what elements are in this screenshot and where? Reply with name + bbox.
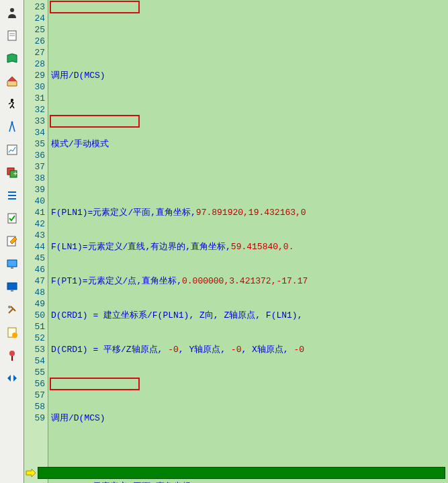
code-line[interactable]: 模式/手动模式 <box>51 138 448 150</box>
tool-add-icon[interactable]: + <box>1 162 23 183</box>
tool-pin-icon[interactable] <box>1 345 23 366</box>
svg-point-4 <box>11 99 13 101</box>
line-number: 35 <box>24 138 45 150</box>
tool-checkpage-icon[interactable] <box>1 208 23 229</box>
code-line[interactable]: D(CRD1) = 平移/Z轴原点, -0, Y轴原点, -0, X轴原点, -… <box>51 344 448 355</box>
svg-point-19 <box>8 306 11 308</box>
highlight-box <box>50 1 140 13</box>
tool-arrows-icon[interactable] <box>1 367 23 389</box>
code-line[interactable]: F(PLN1)=元素定义/平面,直角坐标,97.891920,19.432163… <box>51 207 448 218</box>
code-line[interactable]: D(CRD1) = 建立坐标系/F(PLN1), Z向, Z轴原点, F(LN1… <box>51 310 448 321</box>
line-number: 50 <box>24 310 45 321</box>
line-number: 27 <box>24 47 45 58</box>
tool-edit-icon[interactable] <box>1 230 23 252</box>
line-number: 43 <box>24 230 45 241</box>
line-number: 57 <box>24 390 45 401</box>
svg-point-5 <box>11 122 13 124</box>
line-number: 41 <box>24 207 45 218</box>
progress-bar <box>38 467 445 479</box>
line-number: 26 <box>24 36 45 47</box>
line-number: 48 <box>24 287 45 298</box>
code-area[interactable]: 调用/D(MCS) 模式/手动模式 F(PLN1)=元素定义/平面,直角坐标,9… <box>48 0 448 483</box>
tool-tools-icon[interactable] <box>1 299 23 320</box>
code-line[interactable] <box>51 447 448 458</box>
code-line[interactable] <box>51 104 448 116</box>
tool-list-icon[interactable] <box>1 185 23 206</box>
current-line-arrow-icon <box>24 467 38 479</box>
svg-point-0 <box>10 8 14 12</box>
tool-chart-icon[interactable] <box>1 139 23 161</box>
line-number: 24 <box>24 13 45 24</box>
code-line[interactable] <box>51 378 448 390</box>
line-number: 34 <box>24 127 45 138</box>
code-line[interactable]: F(LN1)=元素定义/直线,有边界的,直角坐标,59.415840,0. <box>51 241 448 253</box>
line-number: 55 <box>24 367 45 378</box>
line-number: 58 <box>24 401 45 412</box>
tool-monitor-icon[interactable] <box>1 253 23 275</box>
line-number: 40 <box>24 195 45 207</box>
line-number: 49 <box>24 298 45 310</box>
svg-rect-16 <box>11 267 13 269</box>
code-line[interactable]: 调用/D(MCS) <box>51 70 448 81</box>
line-number: 42 <box>24 218 45 230</box>
line-number: 23 <box>24 1 45 13</box>
line-number: 37 <box>24 161 45 173</box>
code-line[interactable]: 调用/D(MCS) <box>51 412 448 424</box>
line-number: 56 <box>24 378 45 390</box>
line-number: 47 <box>24 275 45 287</box>
line-number: 46 <box>24 264 45 275</box>
line-number: 28 <box>24 58 45 70</box>
svg-rect-15 <box>7 260 17 267</box>
svg-text:+: + <box>13 171 17 178</box>
line-number-gutter: 23 24 25 26 27 28 29 30 31 32 33 34 35 3… <box>24 0 48 483</box>
line-number: 25 <box>24 24 45 36</box>
tool-compass-icon[interactable] <box>1 116 23 138</box>
line-number: 30 <box>24 81 45 93</box>
svg-rect-6 <box>7 145 17 155</box>
line-number: 54 <box>24 355 45 367</box>
line-number: 45 <box>24 253 45 264</box>
line-number: 39 <box>24 184 45 195</box>
tool-person-icon[interactable] <box>1 2 23 24</box>
tool-screen-icon[interactable] <box>1 276 23 298</box>
tool-home-icon[interactable] <box>1 71 23 92</box>
line-number: 51 <box>24 321 45 333</box>
line-number: 29 <box>24 70 45 81</box>
line-number: 52 <box>24 333 45 344</box>
line-number: 33 <box>24 116 45 127</box>
code-editor: 23 24 25 26 27 28 29 30 31 32 33 34 35 3… <box>24 0 448 483</box>
line-number: 36 <box>24 150 45 161</box>
code-line[interactable]: F(PT1)=元素定义/点,直角坐标,0.000000,3.421372,-17… <box>51 275 448 287</box>
tool-page-icon[interactable] <box>1 25 23 46</box>
code-line[interactable] <box>51 173 448 184</box>
svg-point-22 <box>9 351 15 356</box>
svg-rect-18 <box>11 290 13 292</box>
tool-book-icon[interactable] <box>1 48 23 69</box>
line-number: 59 <box>24 412 45 424</box>
line-number: 31 <box>24 93 45 104</box>
svg-point-21 <box>12 333 17 338</box>
status-bar <box>24 467 448 479</box>
svg-rect-17 <box>7 283 17 290</box>
line-number: 32 <box>24 104 45 116</box>
highlight-box <box>50 115 140 128</box>
line-number: 44 <box>24 241 45 253</box>
line-number: 53 <box>24 344 45 355</box>
vertical-toolbar: + <box>0 0 24 483</box>
line-number: 38 <box>24 173 45 184</box>
tool-run-icon[interactable] <box>1 93 23 115</box>
tool-newdoc-icon[interactable] <box>1 322 23 343</box>
